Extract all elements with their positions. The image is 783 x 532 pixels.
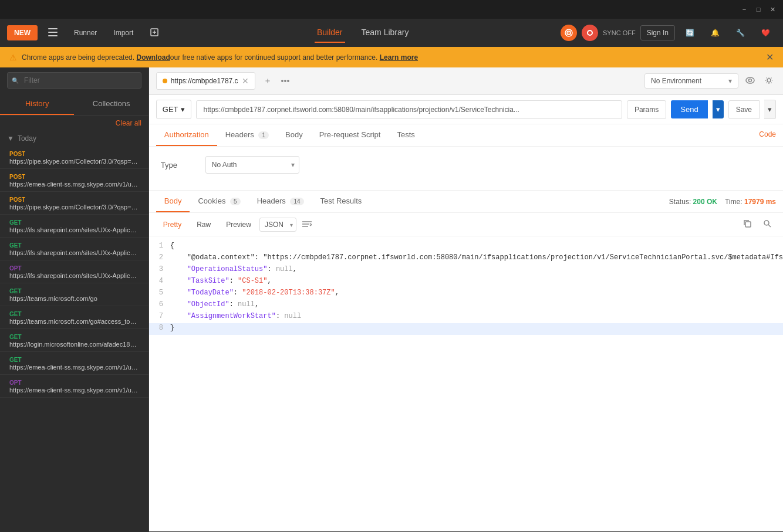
sign-in-button[interactable]: Sign In [640, 25, 675, 40]
url-label: https://teams.microsoft.com/go [9, 295, 139, 302]
save-dropdown-button[interactable]: ▾ [764, 100, 776, 119]
close-button[interactable]: ✕ [768, 5, 777, 14]
toolbar: NEW Runner Import Builder Team Library S… [0, 19, 783, 47]
download-link[interactable]: Download [136, 53, 170, 62]
save-button[interactable]: Save [728, 100, 760, 119]
auth-type-row: Type No Auth Bearer Token Basic Auth OAu… [161, 156, 771, 174]
list-item[interactable]: GEThttps://login.microsoftonline.com/afa… [0, 329, 148, 352]
tab-body[interactable]: Body [277, 124, 311, 146]
toolbar-right: SYNC OFF Sign In 🔄 🔔 🔧 ❤️ [561, 25, 776, 41]
auth-type-select[interactable]: No Auth Bearer Token Basic Auth OAuth 2.… [205, 156, 299, 174]
list-item[interactable]: GEThttps://teams.microsoft.com/go#access… [0, 306, 148, 329]
code-link[interactable]: Code [759, 124, 776, 146]
titlebar: − □ ✕ [0, 0, 783, 19]
builder-tab[interactable]: Builder [315, 23, 345, 43]
banner-close-button[interactable]: ✕ [766, 52, 774, 63]
json-line: 4 "TaskSite": "CS-S1", [149, 276, 783, 288]
svg-point-9 [588, 31, 592, 35]
json-format-wrap: JSON XML HTML Text [259, 218, 296, 232]
word-wrap-button[interactable] [298, 217, 316, 232]
method-url-row: GET ▾ Params Send ▾ Save ▾ [149, 95, 783, 124]
tab-prerequest[interactable]: Pre-request Script [311, 124, 389, 146]
env-settings-button[interactable] [762, 73, 776, 89]
raw-button[interactable]: Raw [190, 218, 218, 232]
list-item[interactable]: GEThttps://ifs.sharepoint.com/sites/UXx-… [0, 215, 148, 238]
toolbar-center: Builder Team Library [170, 23, 556, 43]
list-item[interactable]: GEThttps://teams.microsoft.com/go [0, 283, 148, 306]
clear-all-button[interactable]: Clear all [116, 119, 141, 127]
new-button[interactable]: NEW [7, 25, 38, 40]
sidebar-tab-collections[interactable]: Collections [74, 93, 148, 115]
sync-status: SYNC OFF [603, 29, 636, 36]
auth-section: Type No Auth Bearer Token Basic Auth OAu… [149, 147, 783, 190]
url-label: https://emea-client-ss.msg.skype.com/v1/… [9, 181, 139, 188]
settings-icon[interactable]: 🔧 [730, 25, 751, 40]
response-tabs: Body Cookies 5 Headers 14 Test Results S… [149, 190, 783, 213]
url-label: https://ifs.sharepoint.com/sites/UXx-App… [9, 226, 139, 233]
add-tab-button[interactable]: ＋ [260, 73, 275, 89]
notifications-icon[interactable]: 🔔 [705, 25, 725, 40]
minimize-button[interactable]: − [740, 5, 749, 14]
maximize-button[interactable]: □ [754, 5, 763, 14]
env-visibility-button[interactable] [743, 74, 757, 89]
tab-close-icon[interactable]: ✕ [242, 76, 249, 86]
tab-headers[interactable]: Headers 1 [217, 124, 277, 146]
resp-tab-cookies[interactable]: Cookies 5 [190, 191, 248, 212]
response-status: Status: 200 OK Time: 17979 ms [669, 198, 776, 206]
history-day-label: ▼ Today [0, 131, 148, 146]
list-item[interactable]: OPThttps://ifs.sharepoint.com/sites/UXx-… [0, 260, 148, 283]
search-wrap [7, 72, 141, 89]
refresh-icon[interactable]: 🔄 [680, 25, 700, 40]
url-input[interactable] [196, 100, 622, 119]
history-list: POSThttps://pipe.skype.com/Collector/3.0… [0, 146, 148, 398]
list-item[interactable]: GEThttps://ifs.sharepoint.com/sites/UXx-… [0, 238, 148, 260]
json-line: 5 "TodayDate": "2018-02-20T13:38:37Z", [149, 288, 783, 300]
pretty-button[interactable]: Pretty [156, 218, 188, 232]
search-button[interactable] [758, 216, 776, 232]
team-library-tab[interactable]: Team Library [359, 23, 411, 43]
url-label: https://teams.microsoft.com/go#access_to… [9, 318, 139, 325]
tab-more-button[interactable]: ••• [278, 73, 293, 89]
import-button[interactable]: Import [107, 25, 139, 40]
sidebar-content: ▼ Today POSThttps://pipe.skype.com/Colle… [0, 131, 148, 531]
resp-tab-body[interactable]: Body [156, 191, 190, 212]
params-button[interactable]: Params [627, 100, 666, 119]
list-item[interactable]: POSThttps://pipe.skype.com/Collector/3.0… [0, 146, 148, 169]
sidebar-tabs: History Collections [0, 93, 148, 116]
svg-rect-1 [48, 32, 58, 33]
copy-button[interactable] [738, 216, 756, 232]
tab-tests[interactable]: Tests [389, 124, 423, 146]
json-format-select[interactable]: JSON XML HTML Text [259, 218, 296, 232]
sidebar-tab-history[interactable]: History [0, 93, 74, 115]
url-label: https://login.microsoftonline.com/afadec… [9, 341, 139, 348]
method-selector[interactable]: GET ▾ [156, 100, 191, 119]
learn-more-link[interactable]: Learn more [380, 53, 418, 62]
json-line: 7 "AssignmentWorkStart": null [149, 311, 783, 323]
list-item[interactable]: POSThttps://emea-client-ss.msg.skype.com… [0, 169, 148, 192]
sidebar-toggle-button[interactable] [42, 25, 63, 42]
runner-button[interactable]: Runner [68, 25, 103, 40]
method-label: GET [9, 311, 29, 317]
method-label: OPT [9, 379, 29, 386]
url-label: https://ifs.sharepoint.com/sites/UXx-App… [9, 249, 139, 256]
method-label: POST [9, 151, 29, 157]
list-item[interactable]: OPThttps://emea-client-ss.msg.skype.com/… [0, 375, 148, 398]
tab-authorization[interactable]: Authorization [156, 124, 217, 146]
svg-rect-16 [745, 222, 751, 227]
filter-input[interactable] [7, 72, 141, 89]
response-section: Body Cookies 5 Headers 14 Test Results S… [149, 190, 783, 531]
list-item[interactable]: POSThttps://pipe.skype.com/Collector/3.0… [0, 192, 148, 215]
method-label: OPT [9, 265, 29, 272]
active-tab[interactable]: https://cmbpde1787.c ✕ [156, 72, 255, 90]
send-button[interactable]: Send [671, 100, 707, 118]
preview-button[interactable]: Preview [219, 218, 258, 232]
list-item[interactable]: GEThttps://emea-client-ss.msg.skype.com/… [0, 352, 148, 375]
send-dropdown-button[interactable]: ▾ [713, 100, 724, 118]
resp-tab-test-results[interactable]: Test Results [312, 191, 370, 212]
environment-selector[interactable]: No Environment ▾ [644, 73, 738, 89]
new-tab-button[interactable] [144, 24, 165, 42]
heart-icon[interactable]: ❤️ [755, 25, 776, 40]
url-label: https://emea-client-ss.msg.skype.com/v1/… [9, 387, 139, 394]
method-label: GET [9, 219, 29, 226]
resp-tab-headers[interactable]: Headers 14 [249, 191, 312, 212]
